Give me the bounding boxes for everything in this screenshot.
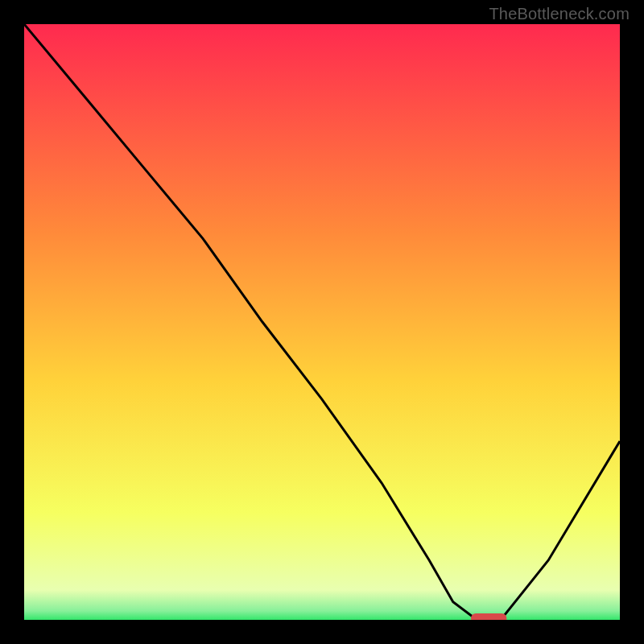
optimal-marker [471,613,506,620]
gradient-background [24,24,620,620]
chart-svg [24,24,620,620]
plot-area [24,24,620,620]
watermark-text: TheBottleneck.com [489,5,630,23]
chart-frame: TheBottleneck.com [0,0,644,644]
